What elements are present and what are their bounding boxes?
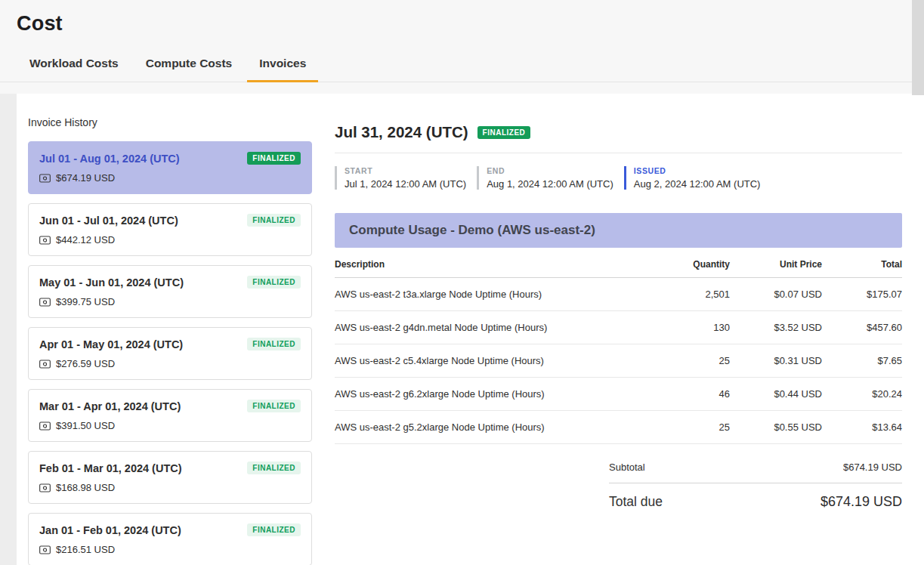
cell-total: $457.60 — [822, 311, 902, 344]
usage-table: Description Quantity Unit Price Total AW… — [335, 248, 902, 444]
meta-issued-label: ISSUED — [634, 166, 761, 175]
invoice-amount: $399.75 USD — [56, 296, 115, 307]
meta-start-label: START — [345, 166, 466, 175]
invoice-period: Mar 01 - Apr 01, 2024 (UTC) — [39, 400, 181, 412]
cell-unit-price: $0.07 USD — [730, 278, 822, 311]
money-icon — [39, 236, 51, 245]
invoice-card[interactable]: Mar 01 - Apr 01, 2024 (UTC) FINALIZED $3… — [28, 389, 312, 442]
meta-end: END Aug 1, 2024 12:00 AM (UTC) — [477, 166, 613, 190]
column-header-quantity: Quantity — [560, 248, 730, 278]
invoice-amount: $276.59 USD — [56, 358, 115, 369]
cell-description: AWS us-east-2 c5.4xlarge Node Uptime (Ho… — [335, 344, 560, 378]
invoice-card[interactable]: May 01 - Jun 01, 2024 (UTC) FINALIZED $3… — [28, 265, 312, 318]
invoice-card[interactable]: Jun 01 - Jul 01, 2024 (UTC) FINALIZED $4… — [28, 203, 312, 256]
tab-workload-costs[interactable]: Workload Costs — [28, 57, 120, 82]
invoice-card[interactable]: Jul 01 - Aug 01, 2024 (UTC) FINALIZED $6… — [28, 141, 312, 194]
usage-table-body: AWS us-east-2 t3a.xlarge Node Uptime (Ho… — [335, 278, 902, 444]
invoice-status-badge: FINALIZED — [247, 338, 301, 350]
total-due-value: $674.19 USD — [820, 494, 902, 510]
compute-usage-section-header: Compute Usage - Demo (AWS us-east-2) — [335, 213, 902, 248]
invoice-meta-row: START Jul 1, 2024 12:00 AM (UTC) END Aug… — [335, 166, 902, 190]
invoice-history-panel: Invoice History Jul 01 - Aug 01, 2024 (U… — [17, 94, 326, 565]
cell-total: $13.64 — [822, 411, 902, 444]
usage-table-row: AWS us-east-2 t3a.xlarge Node Uptime (Ho… — [335, 278, 902, 311]
usage-table-header-row: Description Quantity Unit Price Total — [335, 248, 902, 278]
invoice-period: May 01 - Jun 01, 2024 (UTC) — [39, 276, 184, 289]
tab-compute-costs[interactable]: Compute Costs — [144, 57, 234, 82]
total-due-label: Total due — [609, 494, 663, 510]
invoice-status-badge: FINALIZED — [247, 462, 301, 474]
cell-description: AWS us-east-2 g5.2xlarge Node Uptime (Ho… — [335, 411, 560, 444]
subtotal-value: $674.19 USD — [843, 462, 902, 473]
subtotal-label: Subtotal — [609, 462, 645, 473]
meta-end-label: END — [487, 166, 613, 175]
usage-table-row: AWS us-east-2 g5.2xlarge Node Uptime (Ho… — [335, 411, 902, 444]
total-due-row: Total due $674.19 USD — [609, 483, 902, 520]
usage-table-row: AWS us-east-2 c5.4xlarge Node Uptime (Ho… — [335, 344, 902, 378]
cell-unit-price: $0.44 USD — [730, 378, 822, 411]
money-icon — [39, 545, 51, 554]
cell-quantity: 25 — [560, 411, 730, 444]
money-icon — [39, 360, 51, 369]
invoice-detail-title: Jul 31, 2024 (UTC) — [335, 123, 468, 141]
invoice-amount: $674.19 USD — [56, 172, 115, 184]
cell-quantity: 130 — [560, 311, 730, 344]
invoice-period: Apr 01 - May 01, 2024 (UTC) — [39, 338, 183, 350]
cell-quantity: 25 — [560, 344, 730, 378]
invoice-card[interactable]: Feb 01 - Mar 01, 2024 (UTC) FINALIZED $1… — [28, 451, 312, 504]
money-icon — [39, 174, 51, 183]
cell-description: AWS us-east-2 g6.2xlarge Node Uptime (Ho… — [335, 378, 560, 411]
cell-quantity: 46 — [560, 378, 730, 411]
invoice-card[interactable]: Apr 01 - May 01, 2024 (UTC) FINALIZED $2… — [28, 327, 312, 380]
content-area: Invoice History Jul 01 - Aug 01, 2024 (U… — [0, 94, 924, 565]
invoice-amount: $168.98 USD — [56, 482, 115, 493]
invoice-status-badge: FINALIZED — [247, 276, 301, 289]
invoice-detail-panel: Jul 31, 2024 (UTC) FINALIZED START Jul 1… — [326, 94, 924, 565]
meta-end-value: Aug 1, 2024 12:00 AM (UTC) — [487, 178, 613, 190]
cell-description: AWS us-east-2 g4dn.metal Node Uptime (Ho… — [335, 311, 560, 344]
meta-issued-value: Aug 2, 2024 12:00 AM (UTC) — [634, 178, 761, 190]
money-icon — [39, 298, 51, 307]
invoice-amount: $216.51 USD — [56, 544, 115, 555]
invoice-amount: $442.12 USD — [56, 234, 115, 245]
meta-issued: ISSUED Aug 2, 2024 12:00 AM (UTC) — [624, 166, 761, 190]
cell-unit-price: $0.31 USD — [730, 344, 822, 378]
invoice-status-badge: FINALIZED — [247, 214, 301, 227]
cell-unit-price: $0.55 USD — [730, 411, 822, 444]
invoice-period: Jul 01 - Aug 01, 2024 (UTC) — [39, 153, 180, 165]
cell-total: $20.24 — [822, 378, 902, 411]
column-header-unit-price: Unit Price — [730, 248, 822, 278]
money-icon — [39, 421, 51, 431]
invoice-detail-header: Jul 31, 2024 (UTC) FINALIZED — [335, 123, 902, 141]
invoice-history-title: Invoice History — [28, 116, 312, 128]
invoice-detail-status-badge: FINALIZED — [477, 126, 531, 139]
totals-section: Subtotal $674.19 USD Total due $674.19 U… — [609, 452, 902, 520]
invoice-card[interactable]: Jan 01 - Feb 01, 2024 (UTC) FINALIZED $2… — [28, 513, 312, 565]
invoice-status-badge: FINALIZED — [247, 523, 301, 536]
invoice-period: Jun 01 - Jul 01, 2024 (UTC) — [39, 215, 178, 227]
meta-start: START Jul 1, 2024 12:00 AM (UTC) — [335, 166, 466, 190]
tab-bar: Workload Costs Compute Costs Invoices — [0, 57, 924, 82]
meta-start-value: Jul 1, 2024 12:00 AM (UTC) — [345, 178, 466, 190]
cell-description: AWS us-east-2 t3a.xlarge Node Uptime (Ho… — [335, 278, 560, 311]
invoice-period: Jan 01 - Feb 01, 2024 (UTC) — [39, 524, 181, 536]
invoice-status-badge: FINALIZED — [247, 152, 301, 165]
column-header-total: Total — [822, 248, 902, 278]
cell-total: $7.65 — [822, 344, 902, 378]
subtotal-row: Subtotal $674.19 USD — [609, 452, 902, 483]
page-title: Cost — [17, 12, 924, 36]
invoice-amount: $391.50 USD — [56, 420, 115, 431]
cell-total: $175.07 — [822, 278, 902, 311]
scrollbar-track[interactable] — [912, 0, 924, 95]
cell-quantity: 2,501 — [560, 278, 730, 311]
usage-table-row: AWS us-east-2 g4dn.metal Node Uptime (Ho… — [335, 311, 902, 344]
invoice-list: Jul 01 - Aug 01, 2024 (UTC) FINALIZED $6… — [28, 141, 312, 565]
page-header: Cost Workload Costs Compute Costs Invoic… — [0, 0, 924, 94]
divider — [335, 153, 902, 153]
usage-table-row: AWS us-east-2 g6.2xlarge Node Uptime (Ho… — [335, 378, 902, 411]
cell-unit-price: $3.52 USD — [730, 311, 822, 344]
invoice-status-badge: FINALIZED — [247, 400, 301, 412]
column-header-description: Description — [335, 248, 560, 278]
invoice-period: Feb 01 - Mar 01, 2024 (UTC) — [39, 462, 182, 474]
tab-invoices[interactable]: Invoices — [258, 57, 307, 82]
